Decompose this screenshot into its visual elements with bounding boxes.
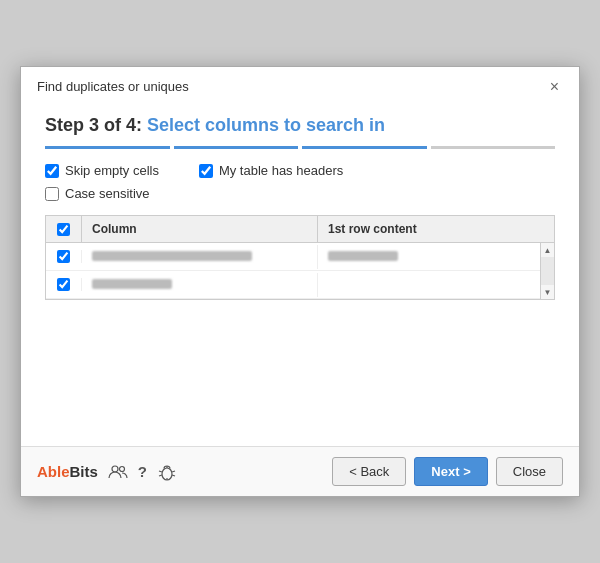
- step-bar-4: [431, 146, 556, 149]
- case-sensitive-checkbox[interactable]: [45, 187, 59, 201]
- find-duplicates-dialog: Find duplicates or uniques × Step 3 of 4…: [20, 66, 580, 497]
- skip-empty-cells-option[interactable]: Skip empty cells: [45, 163, 159, 178]
- scroll-down-arrow[interactable]: ▼: [541, 285, 555, 299]
- step-progress: [45, 146, 555, 149]
- brand-accent: Able: [37, 463, 70, 480]
- dialog-footer: AbleBits ?: [21, 446, 579, 496]
- svg-line-4: [159, 471, 162, 472]
- step-description: Select columns to search in: [147, 115, 385, 135]
- step-bar-1: [45, 146, 170, 149]
- next-button[interactable]: Next >: [414, 457, 487, 486]
- dialog-title-bar: Find duplicates or uniques ×: [21, 67, 579, 103]
- step-bar-2: [174, 146, 299, 149]
- svg-point-0: [112, 466, 118, 472]
- skip-empty-cells-label: Skip empty cells: [65, 163, 159, 178]
- close-button[interactable]: Close: [496, 457, 563, 486]
- scroll-track: [541, 257, 554, 285]
- step-bar-3: [302, 146, 427, 149]
- columns-table: Column 1st row content: [45, 215, 555, 300]
- table-row: [46, 271, 554, 299]
- brand-logo: AbleBits: [37, 463, 98, 480]
- my-table-has-headers-label: My table has headers: [219, 163, 343, 178]
- table-header-check: [46, 216, 82, 242]
- row1-column-cell: [82, 245, 318, 269]
- row1-content-cell: [318, 245, 554, 269]
- users-icon[interactable]: [108, 464, 128, 480]
- table-header-row: Column 1st row content: [46, 216, 554, 243]
- step-number: Step 3 of 4:: [45, 115, 142, 135]
- my-table-has-headers-option[interactable]: My table has headers: [199, 163, 343, 178]
- row2-check-cell: [46, 278, 82, 291]
- table-row: [46, 243, 554, 271]
- row2-checkbox[interactable]: [57, 278, 70, 291]
- svg-line-5: [159, 475, 162, 476]
- row1-column-value: [92, 251, 252, 261]
- options-row-2: Case sensitive: [45, 186, 555, 201]
- case-sensitive-label: Case sensitive: [65, 186, 150, 201]
- footer-left: AbleBits ?: [37, 463, 177, 481]
- spacer: [45, 310, 555, 430]
- case-sensitive-option[interactable]: Case sensitive: [45, 186, 555, 201]
- step-label: Step 3 of 4: Select columns to search in: [45, 115, 555, 136]
- table-header-checkbox[interactable]: [57, 223, 70, 236]
- step-header: Step 3 of 4: Select columns to search in: [45, 115, 555, 136]
- row2-content-cell: [318, 280, 554, 290]
- skip-empty-cells-checkbox[interactable]: [45, 164, 59, 178]
- row1-content-value: [328, 251, 398, 261]
- table-header-column: Column: [82, 216, 318, 242]
- bug-icon[interactable]: [157, 463, 177, 481]
- dialog-body: Step 3 of 4: Select columns to search in…: [21, 103, 579, 446]
- help-icon[interactable]: ?: [138, 463, 147, 480]
- svg-line-7: [172, 475, 175, 476]
- table-body: ▲ ▼: [46, 243, 554, 299]
- options-row-1: Skip empty cells My table has headers: [45, 163, 555, 178]
- back-button[interactable]: < Back: [332, 457, 406, 486]
- close-icon[interactable]: ×: [546, 79, 563, 95]
- svg-point-1: [119, 466, 124, 471]
- footer-right: < Back Next > Close: [332, 457, 563, 486]
- brand-main: Bits: [70, 463, 98, 480]
- my-table-has-headers-checkbox[interactable]: [199, 164, 213, 178]
- row2-column-value: [92, 279, 172, 289]
- table-scrollbar[interactable]: ▲ ▼: [540, 243, 554, 299]
- table-header-content: 1st row content: [318, 216, 554, 242]
- row1-checkbox[interactable]: [57, 250, 70, 263]
- dialog-title: Find duplicates or uniques: [37, 79, 189, 94]
- svg-line-6: [172, 471, 175, 472]
- row2-column-cell: [82, 273, 318, 297]
- scroll-up-arrow[interactable]: ▲: [541, 243, 555, 257]
- row1-check-cell: [46, 250, 82, 263]
